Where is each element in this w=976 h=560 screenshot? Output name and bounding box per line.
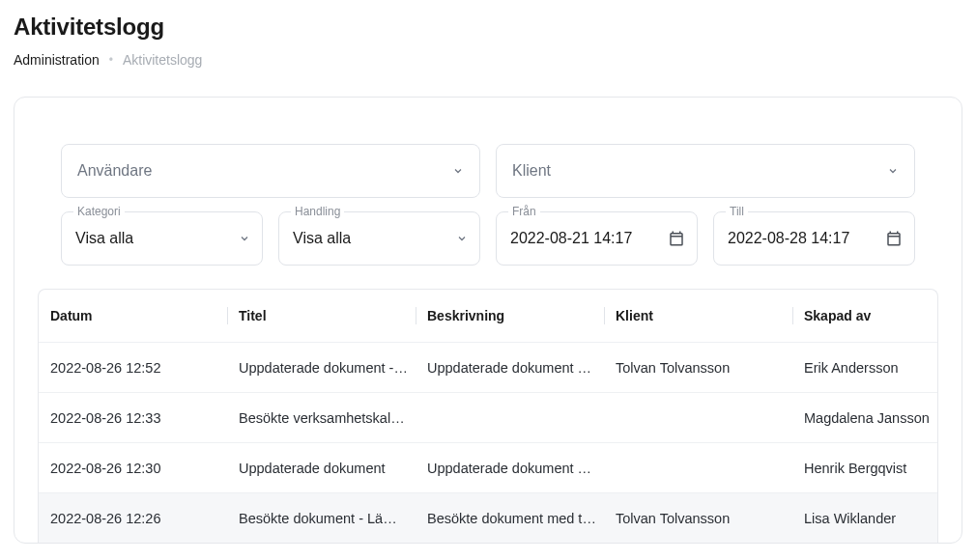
td-client: Tolvan Tolvansson	[604, 511, 792, 526]
chevron-down-icon	[452, 165, 464, 177]
table-row[interactable]: 2022-08-26 12:33 Besökte verksamhetskal……	[39, 392, 937, 442]
action-select[interactable]: Handling Visa alla	[278, 211, 480, 266]
chevron-down-icon	[887, 165, 899, 177]
action-value: Visa alla	[293, 230, 351, 247]
client-select[interactable]: Klient	[496, 144, 915, 198]
th-date[interactable]: Datum	[39, 308, 227, 323]
calendar-icon[interactable]	[885, 230, 903, 247]
td-description: Uppdaterade dokument …	[416, 360, 604, 376]
th-client[interactable]: Klient	[604, 308, 792, 323]
td-created-by: Erik Andersson	[792, 360, 937, 376]
td-created-by: Henrik Bergqvist	[792, 461, 937, 476]
page-title: Aktivitetslogg	[14, 14, 962, 41]
calendar-icon[interactable]	[668, 230, 685, 247]
category-value: Visa alla	[75, 230, 133, 247]
td-title: Uppdaterade dokument	[227, 461, 416, 476]
table-row[interactable]: 2022-08-26 12:52 Uppdaterade dokument - …	[39, 342, 937, 392]
user-select-placeholder: Användare	[77, 162, 152, 180]
td-date: 2022-08-26 12:30	[39, 461, 227, 476]
breadcrumb-separator: •	[109, 53, 113, 67]
activity-table: Datum Titel Beskrivning Klient Skapad av…	[38, 289, 938, 543]
th-created-by[interactable]: Skapad av	[792, 308, 937, 323]
breadcrumb-administration[interactable]: Administration	[14, 52, 100, 68]
td-title: Besökte verksamhetskal…	[227, 410, 416, 426]
activity-log-card: Användare Klient Kategori Visa alla	[14, 97, 962, 544]
chevron-down-icon	[456, 233, 468, 244]
breadcrumb: Administration • Aktivitetslogg	[14, 52, 962, 68]
td-created-by: Magdalena Jansson	[792, 410, 937, 426]
to-label: Till	[726, 205, 748, 218]
to-value: 2022-08-28 14:17	[728, 230, 849, 247]
filters: Användare Klient Kategori Visa alla	[14, 144, 962, 289]
td-date: 2022-08-26 12:33	[39, 410, 227, 426]
th-title[interactable]: Titel	[227, 308, 416, 323]
td-date: 2022-08-26 12:52	[39, 360, 227, 376]
category-label: Kategori	[73, 205, 125, 218]
action-label: Handling	[291, 205, 344, 218]
client-select-placeholder: Klient	[512, 162, 551, 180]
chevron-down-icon	[239, 233, 250, 244]
td-title: Besökte dokument - Läm…	[227, 511, 416, 526]
from-label: Från	[508, 205, 540, 218]
td-description: Uppdaterade dokument …	[416, 461, 604, 476]
th-description[interactable]: Beskrivning	[416, 308, 604, 323]
td-date: 2022-08-26 12:26	[39, 511, 227, 526]
table-row[interactable]: 2022-08-26 12:26 Besökte dokument - Läm……	[39, 492, 937, 543]
table-row[interactable]: 2022-08-26 12:30 Uppdaterade dokument Up…	[39, 442, 937, 492]
td-created-by: Lisa Wiklander	[792, 511, 937, 526]
td-description: Besökte dokument med t…	[416, 511, 604, 526]
table-header: Datum Titel Beskrivning Klient Skapad av	[39, 290, 937, 342]
from-date-field[interactable]: Från 2022-08-21 14:17	[496, 211, 698, 266]
td-client: Tolvan Tolvansson	[604, 360, 792, 376]
to-date-field[interactable]: Till 2022-08-28 14:17	[713, 211, 915, 266]
category-select[interactable]: Kategori Visa alla	[61, 211, 263, 266]
breadcrumb-current: Aktivitetslogg	[123, 52, 202, 68]
from-value: 2022-08-21 14:17	[510, 230, 632, 247]
td-title: Uppdaterade dokument - …	[227, 360, 416, 376]
user-select[interactable]: Användare	[61, 144, 480, 198]
